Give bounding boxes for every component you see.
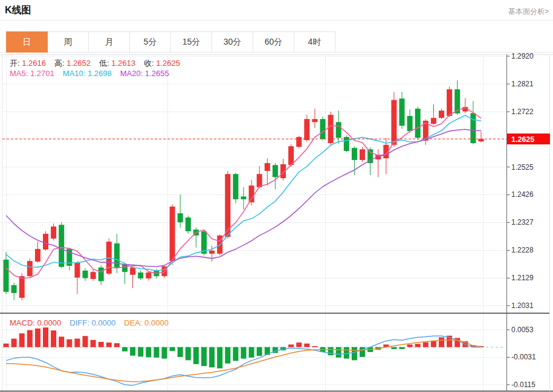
candle-body — [4, 260, 9, 292]
macd-histogram-bar — [74, 339, 80, 347]
candle-body — [407, 116, 413, 131]
candle-body — [304, 119, 309, 140]
macd-histogram-bar — [288, 344, 294, 347]
macd-histogram-bar — [178, 347, 183, 357]
candle-body — [241, 196, 247, 199]
macd-histogram-bar — [249, 347, 254, 358]
macd-histogram-bar — [11, 339, 17, 347]
candle-body — [74, 263, 80, 278]
candle-body — [170, 207, 175, 261]
macd-histogram-bar — [170, 347, 175, 352]
macd-histogram-bar — [360, 347, 365, 357]
candle-body — [399, 98, 405, 126]
readout-item: MACD: 0.0000 — [10, 318, 61, 327]
price-axis-label: 1.2722 — [511, 108, 534, 116]
macd-histogram-bar — [106, 342, 112, 347]
candle-body — [83, 271, 88, 278]
readout-item: 开: 1.2616 — [10, 59, 46, 68]
candle-body — [186, 217, 191, 231]
price-axis-label: 1.2920 — [511, 52, 534, 60]
macd-histogram-bar — [201, 347, 207, 366]
macd-readout: MACD: 0.0000DIFF: 0.0000DEA: 0.0000 — [10, 318, 177, 327]
macd-histogram-bar — [217, 347, 222, 368]
candle-body — [43, 234, 48, 249]
candle-body — [352, 148, 357, 160]
macd-histogram-bar — [257, 347, 262, 356]
candle-body — [59, 225, 64, 267]
candle-body — [51, 227, 56, 239]
macd-histogram-bar — [352, 347, 357, 361]
macd-histogram-bar — [209, 347, 215, 368]
candle-body — [439, 111, 444, 118]
macd-histogram-bar — [83, 336, 88, 347]
candle-body — [447, 89, 452, 116]
candle-body — [99, 268, 104, 281]
ma-readout: MA5: 1.2701MA10: 1.2698MA20: 1.2655 — [10, 69, 178, 78]
readout-item: MA20: 1.2655 — [120, 69, 169, 78]
macd-histogram-bar — [4, 344, 9, 347]
macd-histogram-bar — [59, 336, 64, 347]
kline-page: K线图 基本面分析> 日周月5分15分30分60分4时 1.29201.2821… — [0, 0, 553, 392]
candle-body — [209, 251, 215, 254]
candle-body — [296, 137, 302, 147]
readout-item: MA10: 1.2698 — [63, 69, 112, 78]
macd-histogram-bar — [415, 344, 421, 347]
macd-histogram-bar — [233, 347, 238, 361]
macd-histogram-bar — [225, 347, 230, 364]
readout-item: 高: 1.2652 — [54, 59, 91, 68]
macd-histogram-bar — [296, 342, 302, 347]
macd-axis-label: 0.0053 — [511, 326, 534, 334]
macd-histogram-bar — [122, 347, 128, 352]
macd-histogram-bar — [186, 347, 191, 361]
price-axis-label: 1.2228 — [511, 246, 534, 254]
candle-body — [130, 268, 135, 275]
macd-histogram-bar — [328, 347, 334, 356]
macd-histogram-bar — [431, 341, 436, 347]
readout-item: 低: 1.2613 — [99, 59, 135, 68]
candle-body — [257, 174, 262, 187]
macd-histogram-bar — [344, 347, 349, 359]
price-axis-label: 1.2821 — [511, 80, 534, 88]
macd-histogram-bar — [162, 347, 167, 359]
candle-body — [27, 261, 33, 276]
macd-histogram-bar — [154, 347, 159, 358]
candle-body — [273, 165, 278, 177]
macd-axis-label: -0.0031 — [511, 353, 536, 361]
candle-body — [312, 119, 317, 122]
macd-axis-label: -0.0115 — [511, 381, 535, 389]
candle-body — [35, 249, 40, 262]
macd-histogram-bar — [391, 347, 396, 349]
readout-item: MA5: 1.2701 — [10, 69, 54, 78]
macd-histogram-bar — [51, 330, 56, 347]
macd-histogram-bar — [336, 347, 341, 358]
candle-body — [138, 272, 143, 278]
macd-histogram-bar — [35, 329, 40, 347]
macd-histogram-bar — [312, 346, 317, 347]
candle-body — [91, 272, 96, 279]
macd-histogram-bar — [439, 337, 444, 347]
macd-histogram-bar — [241, 347, 247, 359]
candle-body — [431, 118, 436, 124]
candle-body — [336, 122, 341, 138]
readout-item: DEA: 0.0000 — [124, 318, 169, 327]
price-axis-label: 1.2031 — [511, 301, 534, 310]
candle-body — [415, 109, 421, 138]
macd-histogram-bar — [304, 344, 309, 347]
candle-body — [479, 139, 484, 141]
candle-body — [225, 174, 230, 237]
macd-histogram-bar — [66, 339, 72, 347]
candle-body — [19, 276, 25, 298]
macd-histogram-bar — [407, 344, 413, 347]
macd-histogram-bar — [423, 342, 428, 347]
macd-histogram-bar — [19, 333, 25, 347]
macd-histogram-bar — [193, 347, 199, 364]
candle-body — [122, 265, 128, 272]
price-axis-label: 1.2426 — [511, 190, 534, 199]
macd-histogram-bar — [99, 342, 104, 347]
candle-body — [11, 285, 17, 293]
candle-body — [233, 174, 238, 199]
candle-body — [360, 149, 365, 160]
macd-histogram-bar — [91, 340, 96, 347]
candle-body — [288, 146, 294, 165]
price-axis-label: 1.2525 — [511, 163, 534, 172]
